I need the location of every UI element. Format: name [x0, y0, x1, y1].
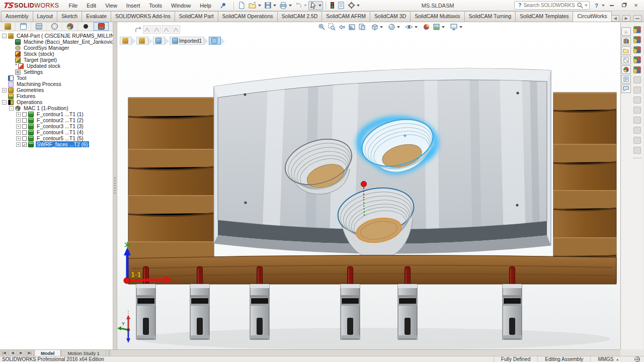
ribbon-tab-assembly[interactable]: Assembly	[1, 11, 33, 22]
tab-splitter-handle[interactable]	[108, 350, 111, 356]
pin-menu-icon[interactable]	[220, 2, 227, 9]
panel-splitter[interactable]	[113, 22, 117, 349]
tab-property-manager[interactable]	[16, 22, 31, 31]
ribbon-tab-solidcam-part[interactable]: SolidCAM Part	[175, 11, 218, 22]
expand-toggle-icon[interactable]: -	[9, 106, 14, 111]
expand-toggle-icon[interactable]: +	[16, 124, 21, 129]
doc-minimize-button[interactable]	[633, 15, 641, 22]
tree-item-f-contour2-t1-2[interactable]: +F_contour2 ...T1 (2)	[0, 117, 113, 123]
view-settings-button[interactable]	[449, 23, 463, 31]
tree-item-f-contour1-t1-1[interactable]: +F_contour1 ...T1 (1)	[0, 111, 113, 117]
edit-appearance-button[interactable]	[422, 23, 431, 31]
search-icon[interactable]	[577, 2, 583, 9]
menu-view[interactable]: View	[101, 1, 122, 10]
operation-checkbox[interactable]	[22, 136, 27, 141]
tab-ceg[interactable]	[78, 22, 94, 31]
tab-configuration-manager[interactable]	[31, 22, 47, 31]
tab-solidcam-manager[interactable]	[94, 22, 109, 31]
expand-toggle-icon[interactable]: +	[16, 142, 21, 147]
zoom-fit-button[interactable]	[317, 23, 327, 31]
minimize-button[interactable]	[607, 2, 617, 10]
view-orientation-button[interactable]	[370, 23, 384, 31]
zoom-area-button[interactable]	[327, 23, 337, 31]
operation-checkbox[interactable]	[22, 124, 27, 129]
help-button[interactable]: ?	[595, 3, 598, 9]
3d-model-view[interactable]: 1-1 x Y	[117, 22, 620, 349]
appearances-scenes-tab[interactable]	[621, 65, 631, 74]
search-input[interactable]	[523, 3, 577, 8]
ribbon-tab-sketch[interactable]: Sketch	[57, 11, 82, 22]
file-explorer-tab[interactable]	[621, 46, 631, 55]
menu-window[interactable]: Window	[167, 1, 195, 10]
operation-checkbox[interactable]: ✓	[22, 142, 27, 147]
tree-item-updated-stock[interactable]: *Updated stock	[0, 63, 113, 69]
select-tool-button[interactable]	[308, 1, 323, 10]
pane-right-icon[interactable]: ▶	[622, 15, 630, 22]
tree-item-machine-bacci-master-ent-jankovic[interactable]: Machine (Bacci_Master_Ent_Jankovic)	[0, 39, 113, 45]
disabled-tool-button-1[interactable]	[143, 25, 151, 34]
expand-toggle-icon[interactable]: +	[16, 112, 21, 117]
ribbon-tab-solidcam-afrm[interactable]: SolidCAM AFRM	[321, 11, 370, 22]
search-box[interactable]: ?	[514, 1, 590, 10]
breadcrumb-item-3[interactable]	[153, 37, 165, 45]
tree-item-mac-1-1-position[interactable]: -MAC 1 (1-Position)	[0, 105, 113, 111]
undo-button[interactable]	[293, 1, 308, 10]
custom-properties-tab[interactable]	[621, 75, 631, 83]
tree-item-stock-stock[interactable]: Stock (stock)	[0, 51, 113, 57]
close-button[interactable]: ×	[631, 2, 641, 10]
menu-file[interactable]: File	[64, 1, 82, 10]
ribbon-tab-solidcam-multiaxis[interactable]: SolidCAM Multiaxis	[410, 11, 464, 22]
expand-toggle-icon[interactable]: -	[2, 34, 7, 38]
solidcam-tool-icon[interactable]	[633, 26, 641, 33]
expand-toggle-icon[interactable]: +	[16, 130, 21, 135]
graphics-viewport[interactable]: 1-1 x Y	[117, 22, 620, 349]
interference-stoplight-button[interactable]	[329, 1, 336, 10]
operation-checkbox[interactable]	[22, 118, 27, 123]
menu-insert[interactable]: Insert	[122, 1, 145, 10]
nav-prev-button[interactable]: ◀	[9, 350, 17, 356]
save-button[interactable]	[263, 1, 278, 10]
expand-toggle-icon[interactable]: +	[16, 136, 21, 141]
design-library-tab[interactable]	[621, 37, 631, 45]
ribbon-tab-solidcam-3d[interactable]: SolidCAM 3D	[370, 11, 411, 22]
disabled-tool-button-3[interactable]	[162, 25, 171, 34]
tree-item-settings[interactable]: Settings	[0, 69, 113, 75]
globe-icon[interactable]	[634, 356, 640, 362]
ribbon-tab-solidcam-templates[interactable]: SolidCAM Templates	[515, 11, 573, 22]
previous-view-button[interactable]	[337, 23, 347, 31]
tab-display-manager[interactable]	[62, 22, 78, 31]
model-tab-model[interactable]: Model	[34, 350, 61, 356]
hide-show-items-button[interactable]	[404, 23, 419, 31]
new-document-button[interactable]	[236, 1, 247, 10]
solidworks-resources-tab[interactable]: ⌂	[621, 27, 631, 36]
ribbon-tab-solidcam-turning[interactable]: SolidCAM Turning	[464, 11, 516, 22]
tree-item-machining-process[interactable]: Machining Process	[0, 81, 113, 87]
nav-first-button[interactable]: |◀	[0, 350, 9, 356]
restore-button[interactable]	[619, 2, 629, 10]
tree-item-f-contour4-t1-4[interactable]: +F_contour4 ...T1 (4)	[0, 129, 113, 135]
pane-left-icon[interactable]: ◀	[611, 15, 619, 22]
tree-item-f-contour5-t1-5[interactable]: +F_contour5 ...T1 (5)	[0, 135, 113, 141]
nav-last-button[interactable]: ▶|	[26, 350, 34, 356]
tree-item-swrf-faces-t2-6[interactable]: +✓SWRF_faces ...T2 (6)	[0, 141, 113, 147]
solidcam-tool-icon[interactable]	[633, 56, 641, 63]
tree-item-coordsys-manager[interactable]: CoordSys Manager	[0, 45, 113, 51]
print-button[interactable]	[278, 1, 293, 10]
expand-toggle-icon[interactable]: -	[2, 100, 7, 105]
section-view-button[interactable]	[347, 23, 357, 31]
breadcrumb-item-5[interactable]	[209, 37, 221, 45]
tree-item-geometries[interactable]: +Geometries	[0, 87, 113, 93]
open-document-button[interactable]	[247, 1, 263, 10]
view-palette-tab[interactable]	[621, 56, 631, 64]
status-mmgs[interactable]: MMGS▴	[590, 356, 625, 362]
breadcrumb-item-imported1[interactable]: Imported1	[170, 37, 204, 45]
breadcrumb-item-1[interactable]	[120, 37, 132, 45]
tab-dimxpert-manager[interactable]	[47, 22, 62, 31]
tab-feature-manager[interactable]	[0, 22, 16, 31]
expand-toggle-icon[interactable]: +	[16, 118, 21, 123]
tree-item-f-contour3-t1-3[interactable]: +F_contour3 ...T1 (3)	[0, 123, 113, 129]
menu-edit[interactable]: Edit	[82, 1, 101, 10]
solidcam-tool-icon[interactable]	[633, 46, 641, 53]
display-style-button[interactable]	[387, 23, 401, 31]
breadcrumb-item-2[interactable]	[136, 37, 148, 45]
